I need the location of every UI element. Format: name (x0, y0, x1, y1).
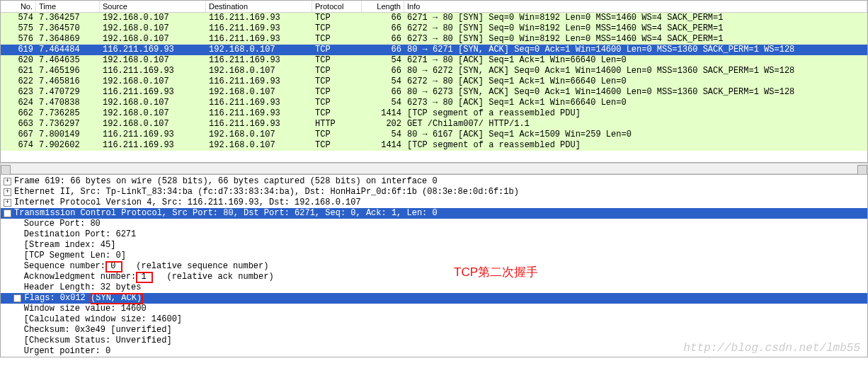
cell-dst: 116.211.169.93 (206, 23, 312, 34)
plus-icon[interactable]: + (13, 294, 21, 302)
cell-no: 621 (1, 66, 36, 76)
packet-row[interactable]: 5747.364257192.168.0.107116.211.169.93TC… (1, 13, 867, 23)
cell-info: 80 → 6167 [ACK] Seq=1 Ack=1509 Win=259 L… (404, 130, 867, 140)
detail-ethernet[interactable]: +Ethernet II, Src: Tp-LinkT_83:34:ba (fc… (1, 187, 867, 197)
cell-prot: TCP (312, 87, 362, 98)
plus-icon[interactable]: + (4, 178, 11, 185)
cell-no: 575 (1, 23, 36, 34)
cell-dst: 116.211.169.93 (206, 13, 312, 23)
cell-info: 6272 → 80 [ACK] Seq=1 Ack=1 Win=66640 Le… (404, 76, 867, 87)
cell-src: 192.168.0.107 (100, 23, 206, 34)
cell-src: 192.168.0.107 (100, 34, 206, 45)
cell-len: 66 (362, 13, 404, 23)
col-src[interactable]: Source (100, 1, 206, 12)
col-prot[interactable]: Protocol (312, 1, 362, 12)
cell-src: 116.211.169.93 (100, 130, 206, 140)
packet-row[interactable]: 6247.470838192.168.0.107116.211.169.93TC… (1, 98, 867, 108)
minus-icon[interactable]: − (4, 210, 11, 217)
cell-prot: TCP (312, 130, 362, 140)
cell-len: 54 (362, 130, 404, 140)
col-no[interactable]: No. (1, 1, 36, 12)
detail-tcp[interactable]: −Transmission Control Protocol, Src Port… (1, 208, 867, 219)
packet-details-pane[interactable]: +Frame 619: 66 bytes on wire (528 bits),… (0, 174, 868, 357)
detail-dstport[interactable]: Destination Port: 6271 (1, 229, 867, 240)
cell-info: GET /Chilam007/ HTTP/1.1 (404, 119, 867, 130)
detail-winsize[interactable]: Window size value: 14600 (1, 304, 867, 314)
cell-prot: TCP (312, 76, 362, 87)
cell-len: 54 (362, 55, 404, 66)
packet-row[interactable]: 6227.465816192.168.0.107116.211.169.93TC… (1, 76, 867, 87)
cell-prot: TCP (312, 45, 362, 55)
cell-dst: 192.168.0.107 (206, 140, 312, 151)
cell-src: 192.168.0.107 (100, 119, 206, 130)
cell-src: 192.168.0.107 (100, 108, 206, 119)
cell-no: 663 (1, 119, 36, 130)
cell-src: 192.168.0.107 (100, 13, 206, 23)
cell-info: 6273 → 80 [ACK] Seq=1 Ack=1 Win=66640 Le… (404, 98, 867, 108)
packet-row[interactable]: 6627.736285192.168.0.107116.211.169.93TC… (1, 108, 867, 119)
cell-info: [TCP segment of a reassembled PDU] (404, 140, 867, 151)
cell-dst: 116.211.169.93 (206, 76, 312, 87)
packet-row[interactable]: 6637.736297192.168.0.107116.211.169.93HT… (1, 119, 867, 130)
cell-time: 7.470729 (36, 87, 100, 98)
detail-frame[interactable]: +Frame 619: 66 bytes on wire (528 bits),… (1, 176, 867, 187)
cell-src: 192.168.0.107 (100, 55, 206, 66)
plus-icon[interactable]: + (4, 199, 11, 207)
cell-dst: 116.211.169.93 (206, 55, 312, 66)
cell-time: 7.364257 (36, 13, 100, 23)
cell-time: 7.470838 (36, 98, 100, 108)
packet-row[interactable]: 6677.800149116.211.169.93192.168.0.107TC… (1, 130, 867, 140)
detail-chkstat[interactable]: [Checksum Status: Unverified] (1, 335, 867, 346)
cell-time: 7.464484 (36, 45, 100, 55)
cell-len: 66 (362, 45, 404, 55)
cell-info: 80 → 6272 [SYN, ACK] Seq=0 Ack=1 Win=146… (404, 66, 867, 76)
cell-time: 7.800149 (36, 130, 100, 140)
col-len[interactable]: Length (362, 1, 404, 12)
cell-no: 674 (1, 140, 36, 151)
packet-row[interactable]: 5757.364570192.168.0.107116.211.169.93TC… (1, 23, 867, 34)
detail-urgptr[interactable]: Urgent pointer: 0 (1, 346, 867, 357)
detail-stream[interactable]: [Stream index: 45] (1, 240, 867, 251)
detail-srcport[interactable]: Source Port: 80 (1, 219, 867, 229)
cell-prot: TCP (312, 98, 362, 108)
col-info[interactable]: Info (404, 1, 867, 12)
cell-prot: TCP (312, 140, 362, 151)
packet-list-header[interactable]: No. Time Source Destination Protocol Len… (1, 1, 867, 13)
packet-row[interactable]: 6747.902602116.211.169.93192.168.0.107TC… (1, 140, 867, 151)
cell-src: 116.211.169.93 (100, 87, 206, 98)
detail-ip[interactable]: +Internet Protocol Version 4, Src: 116.2… (1, 197, 867, 208)
detail-seqnum[interactable]: Sequence number: 0 (relative sequence nu… (1, 261, 867, 272)
col-dst[interactable]: Destination (206, 1, 312, 12)
detail-chksum[interactable]: Checksum: 0x3e49 [unverified] (1, 325, 867, 335)
cell-dst: 116.211.169.93 (206, 98, 312, 108)
cell-info: 80 → 6273 [SYN, ACK] Seq=0 Ack=1 Win=146… (404, 87, 867, 98)
detail-hdrlen[interactable]: Header Length: 32 bytes (1, 282, 867, 293)
horizontal-scrollbar[interactable] (0, 163, 868, 174)
packet-row[interactable]: 6207.464635192.168.0.107116.211.169.93TC… (1, 55, 867, 66)
cell-no: 574 (1, 13, 36, 23)
cell-no: 662 (1, 108, 36, 119)
cell-dst: 116.211.169.93 (206, 108, 312, 119)
cell-time: 7.465816 (36, 76, 100, 87)
cell-no: 576 (1, 34, 36, 45)
packet-row[interactable]: 6217.465196116.211.169.93192.168.0.107TC… (1, 66, 867, 76)
detail-flags[interactable]: +Flags: 0x012 (SYN, ACK) (1, 293, 867, 304)
plus-icon[interactable]: + (4, 188, 11, 196)
cell-prot: HTTP (312, 119, 362, 130)
cell-info: 6273 → 80 [SYN] Seq=0 Win=8192 Len=0 MSS… (404, 34, 867, 45)
cell-len: 54 (362, 76, 404, 87)
cell-prot: TCP (312, 108, 362, 119)
detail-acknum[interactable]: Acknowledgment number: 1 (relative ack n… (1, 272, 867, 282)
col-time[interactable]: Time (36, 1, 100, 12)
detail-seglen[interactable]: [TCP Segment Len: 0] (1, 251, 867, 261)
cell-time: 7.736285 (36, 108, 100, 119)
packet-row[interactable]: 6237.470729116.211.169.93192.168.0.107TC… (1, 87, 867, 98)
packet-list-pane[interactable]: No. Time Source Destination Protocol Len… (0, 0, 868, 163)
cell-time: 7.364570 (36, 23, 100, 34)
detail-calcwin[interactable]: [Calculated window size: 14600] (1, 314, 867, 325)
cell-src: 192.168.0.107 (100, 76, 206, 87)
packet-row[interactable]: 5767.364869192.168.0.107116.211.169.93TC… (1, 34, 867, 45)
cell-len: 66 (362, 34, 404, 45)
packet-row[interactable]: 6197.464484116.211.169.93192.168.0.107TC… (1, 45, 867, 55)
cell-src: 116.211.169.93 (100, 45, 206, 55)
